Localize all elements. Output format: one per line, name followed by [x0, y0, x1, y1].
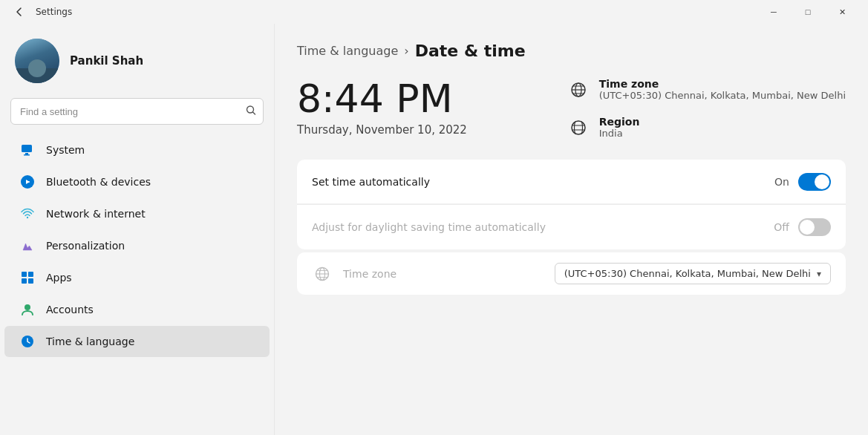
time-region-row: 8:44 PM Thursday, November 10, 2022 [297, 78, 846, 139]
sidebar-item-system-label: System [46, 144, 85, 156]
network-icon [19, 206, 36, 222]
search-box [10, 98, 264, 125]
region-value: India [599, 128, 640, 139]
set-time-auto-label: Set time automatically [312, 176, 774, 188]
breadcrumb-current: Date & time [415, 42, 526, 60]
svg-rect-8 [22, 278, 27, 284]
svg-rect-9 [28, 278, 33, 284]
current-time: 8:44 PM [297, 78, 568, 120]
user-profile: Pankil Shah [0, 24, 274, 95]
sidebar-item-personalization[interactable]: Personalization [4, 230, 270, 261]
timezone-select-value: (UTC+05:30) Chennai, Kolkata, Mumbai, Ne… [564, 268, 811, 279]
timezone-info: Time zone (UTC+05:30) Chennai, Kolkata, … [599, 78, 846, 101]
titlebar: Settings ─ □ ✕ [0, 0, 868, 24]
sidebar-item-time[interactable]: Time & language [4, 326, 270, 357]
time-icon [19, 333, 36, 350]
set-time-auto-value: On [774, 176, 789, 188]
sidebar-item-apps-label: Apps [46, 272, 72, 284]
bluetooth-icon [19, 174, 36, 190]
toggle-thumb [815, 174, 829, 189]
timezone-dropdown-icon [312, 264, 333, 284]
sidebar-item-accounts[interactable]: Accounts [4, 294, 270, 325]
sidebar-item-network[interactable]: Network & internet [4, 198, 270, 229]
timezone-select[interactable]: (UTC+05:30) Chennai, Kolkata, Mumbai, Ne… [555, 263, 831, 284]
region-label: Region [599, 116, 640, 128]
sidebar: Pankil Shah [0, 24, 275, 435]
svg-rect-6 [22, 272, 27, 277]
daylight-saving-row: Adjust for daylight saving time automati… [297, 205, 846, 249]
sidebar-item-apps[interactable]: Apps [4, 262, 270, 293]
timezone-value: (UTC+05:30) Chennai, Kolkata, Mumbai, Ne… [599, 90, 846, 101]
search-icon [246, 105, 256, 118]
breadcrumb-chevron: › [404, 44, 408, 58]
timezone-dropdown-row: Time zone (UTC+05:30) Chennai, Kolkata, … [297, 252, 846, 295]
breadcrumb: Time & language › Date & time [297, 42, 846, 60]
toggle-thumb-2 [800, 220, 815, 235]
svg-rect-7 [28, 272, 33, 277]
svg-point-5 [27, 217, 28, 218]
content-area: Time & language › Date & time 8:44 PM Th… [275, 24, 868, 435]
back-button[interactable] [9, 4, 30, 19]
sidebar-item-time-label: Time & language [46, 336, 134, 347]
region-item: Region India [568, 116, 846, 139]
app-container: Pankil Shah [0, 24, 868, 435]
timezone-icon [568, 79, 589, 100]
personalization-icon [19, 238, 36, 254]
close-button[interactable]: ✕ [825, 0, 859, 24]
svg-point-17 [572, 121, 585, 134]
timezone-item: Time zone (UTC+05:30) Chennai, Kolkata, … [568, 78, 846, 101]
timezone-region: Time zone (UTC+05:30) Chennai, Kolkata, … [568, 78, 846, 139]
region-icon [568, 117, 589, 138]
daylight-saving-value: Off [774, 221, 789, 233]
breadcrumb-parent: Time & language [297, 44, 398, 58]
set-time-auto-row: Set time automatically On [297, 160, 846, 204]
minimize-button[interactable]: ─ [757, 0, 791, 24]
set-time-auto-toggle[interactable] [798, 173, 831, 191]
dropdown-chevron-icon: ▾ [817, 269, 821, 279]
svg-rect-1 [22, 145, 32, 152]
daylight-saving-label: Adjust for daylight saving time automati… [312, 221, 774, 233]
current-date: Thursday, November 10, 2022 [297, 123, 568, 137]
sidebar-item-accounts-label: Accounts [46, 304, 94, 315]
avatar [15, 39, 59, 83]
system-icon [19, 142, 36, 158]
sidebar-item-network-label: Network & internet [46, 208, 146, 220]
apps-icon [19, 269, 36, 286]
user-name: Pankil Shah [70, 54, 143, 68]
daylight-saving-toggle[interactable] [798, 218, 831, 236]
sidebar-item-personalization-label: Personalization [46, 240, 125, 252]
timezone-label: Time zone [599, 78, 846, 90]
time-display: 8:44 PM Thursday, November 10, 2022 [297, 78, 568, 137]
accounts-icon [19, 301, 36, 318]
settings-card: Set time automatically On Adjust for day… [297, 160, 846, 249]
window-controls: ─ □ ✕ [757, 0, 859, 24]
titlebar-title: Settings [36, 7, 72, 17]
nav-list: System Bluetooth & devices [0, 134, 274, 428]
svg-rect-3 [24, 154, 30, 156]
timezone-dropdown-label: Time zone [343, 268, 555, 280]
search-input[interactable] [10, 98, 264, 125]
sidebar-item-bluetooth[interactable]: Bluetooth & devices [4, 166, 270, 197]
svg-point-10 [25, 304, 30, 310]
sidebar-item-bluetooth-label: Bluetooth & devices [46, 176, 151, 188]
maximize-button[interactable]: □ [791, 0, 825, 24]
sidebar-item-system[interactable]: System [4, 134, 270, 166]
region-info: Region India [599, 116, 640, 139]
svg-rect-2 [25, 153, 28, 154]
